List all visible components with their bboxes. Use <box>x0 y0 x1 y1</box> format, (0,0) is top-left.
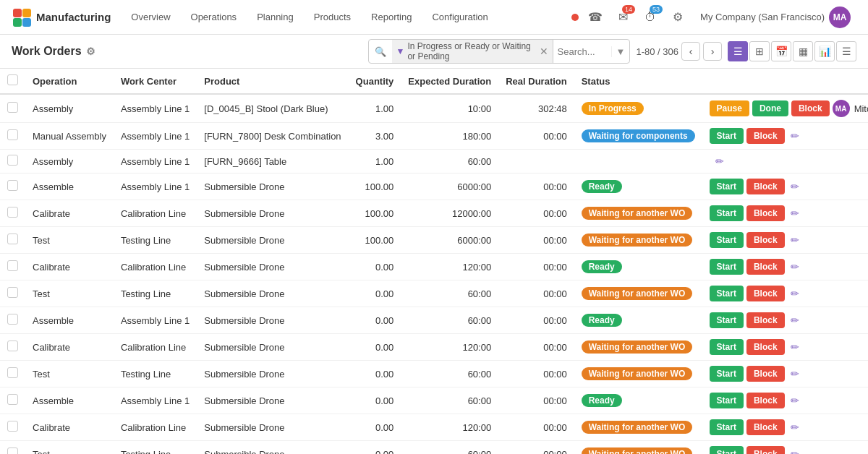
row-checkbox[interactable] <box>7 421 18 432</box>
done-button[interactable]: Done <box>752 100 788 116</box>
row-edit-icon[interactable]: ✏ <box>791 368 799 380</box>
row-edit-icon[interactable]: ✏ <box>791 448 799 454</box>
view-pivot-btn[interactable]: ▦ <box>793 41 813 61</box>
search-input[interactable] <box>553 43 611 60</box>
pagination-next-btn[interactable]: › <box>703 42 722 61</box>
start-button[interactable]: Start <box>710 128 744 144</box>
brand-logo-area[interactable]: Manufacturing <box>12 7 111 27</box>
block-button[interactable]: Block <box>746 232 785 248</box>
search-dropdown-btn[interactable]: ▼ <box>611 46 630 57</box>
start-button[interactable]: Start <box>710 259 744 275</box>
nav-planning[interactable]: Planning <box>248 7 302 27</box>
row-checkbox[interactable] <box>7 234 18 244</box>
row-expected-duration: 6000:00 <box>401 227 498 254</box>
row-edit-icon[interactable]: ✏ <box>791 341 799 353</box>
row-real-duration: 00:00 <box>498 441 574 455</box>
row-edit-icon[interactable]: ✏ <box>791 421 799 433</box>
block-button[interactable]: Block <box>746 339 785 355</box>
view-kanban-btn[interactable]: ⊞ <box>749 41 770 61</box>
phone-icon-btn[interactable]: ☎ <box>584 7 606 28</box>
row-checkbox[interactable] <box>7 287 18 298</box>
svg-rect-1 <box>22 9 31 17</box>
block-button[interactable]: Block <box>746 446 785 454</box>
mail-icon-btn[interactable]: ✉ 14 <box>612 7 634 28</box>
view-calendar-btn[interactable]: 📅 <box>771 41 791 61</box>
block-button[interactable]: Block <box>746 312 785 328</box>
block-button[interactable]: Block <box>746 393 785 408</box>
header-operation[interactable]: Operation <box>25 69 114 94</box>
view-more-btn[interactable]: ☰ <box>836 41 856 61</box>
pagination-prev-btn[interactable]: ‹ <box>681 42 700 61</box>
view-chart-btn[interactable]: 📊 <box>814 41 835 61</box>
block-button[interactable]: Block <box>746 366 785 382</box>
start-button[interactable]: Start <box>710 232 744 248</box>
start-button[interactable]: Start <box>710 205 744 221</box>
row-checkbox-cell <box>0 150 25 174</box>
row-checkbox[interactable] <box>7 207 18 218</box>
row-checkbox[interactable] <box>7 129 18 140</box>
header-work-center[interactable]: Work Center <box>114 69 197 94</box>
table-row: Calibrate Calibration Line Submersible D… <box>0 334 868 361</box>
row-edit-icon[interactable]: ✏ <box>791 288 799 299</box>
row-operation: Calibrate <box>25 200 114 227</box>
row-checkbox[interactable] <box>7 340 18 351</box>
header-real-duration[interactable]: Real Duration <box>498 69 574 94</box>
nav-reporting[interactable]: Reporting <box>362 7 420 27</box>
nav-operations[interactable]: Operations <box>182 7 246 27</box>
row-action-buttons: StartBlock <box>710 128 785 144</box>
select-all-checkbox[interactable] <box>7 74 18 85</box>
header-quantity[interactable]: Quantity <box>349 69 401 94</box>
pause-button[interactable]: Pause <box>710 100 749 116</box>
nav-configuration[interactable]: Configuration <box>423 7 496 27</box>
row-checkbox[interactable] <box>7 260 18 271</box>
row-product: Submersible Drone <box>197 307 348 334</box>
start-button[interactable]: Start <box>710 366 744 382</box>
nav-products[interactable]: Products <box>305 7 359 27</box>
header-status[interactable]: Status <box>574 69 702 94</box>
block-button[interactable]: Block <box>746 205 785 221</box>
page-settings-icon[interactable]: ⚙ <box>86 46 95 57</box>
nav-overview[interactable]: Overview <box>122 7 179 27</box>
block-button[interactable]: Block <box>746 419 785 435</box>
row-checkbox[interactable] <box>7 155 18 166</box>
status-badge: Waiting for another WO <box>582 340 693 354</box>
start-button[interactable]: Start <box>710 179 744 194</box>
row-expected-duration: 60:00 <box>401 441 498 455</box>
header-product[interactable]: Product <box>197 69 348 94</box>
start-button[interactable]: Start <box>710 339 744 355</box>
company-selector[interactable]: My Company (San Francisco) MA <box>694 7 856 28</box>
row-edit-icon[interactable]: ✏ <box>791 181 799 192</box>
row-checkbox[interactable] <box>7 367 18 378</box>
row-checkbox[interactable] <box>7 314 18 325</box>
row-edit-icon[interactable]: ✏ <box>791 314 799 326</box>
start-button[interactable]: Start <box>710 419 744 435</box>
row-quantity: 0.00 <box>349 414 401 441</box>
filter-close-btn[interactable]: ✕ <box>540 46 548 57</box>
settings-icon-btn[interactable]: ⚙ <box>667 7 689 28</box>
view-list-btn[interactable]: ☰ <box>728 41 748 61</box>
row-checkbox[interactable] <box>7 447 18 454</box>
row-expected-duration: 180:00 <box>401 123 498 150</box>
row-edit-icon[interactable]: ✏ <box>791 130 799 142</box>
block-button[interactable]: Block <box>791 100 830 116</box>
start-button[interactable]: Start <box>710 446 744 454</box>
row-checkbox[interactable] <box>7 102 18 113</box>
block-button[interactable]: Block <box>746 286 785 301</box>
block-button[interactable]: Block <box>746 259 785 275</box>
row-edit-icon[interactable]: ✏ <box>791 395 799 406</box>
block-button[interactable]: Block <box>746 128 785 144</box>
row-work-center: Testing Line <box>114 361 197 387</box>
row-edit-icon[interactable]: ✏ <box>715 155 724 167</box>
header-expected-duration[interactable]: Expected Duration <box>401 69 498 94</box>
row-edit-icon[interactable]: ✏ <box>791 207 799 219</box>
row-edit-icon[interactable]: ✏ <box>791 234 799 246</box>
row-checkbox[interactable] <box>7 180 18 191</box>
row-checkbox[interactable] <box>7 394 18 405</box>
start-button[interactable]: Start <box>710 393 744 408</box>
block-button[interactable]: Block <box>746 179 785 194</box>
timer-icon-btn[interactable]: ⏱ 53 <box>639 7 661 28</box>
row-edit-icon[interactable]: ✏ <box>791 261 799 273</box>
start-button[interactable]: Start <box>710 286 744 301</box>
row-real-duration: 00:00 <box>498 414 574 441</box>
start-button[interactable]: Start <box>710 312 744 328</box>
